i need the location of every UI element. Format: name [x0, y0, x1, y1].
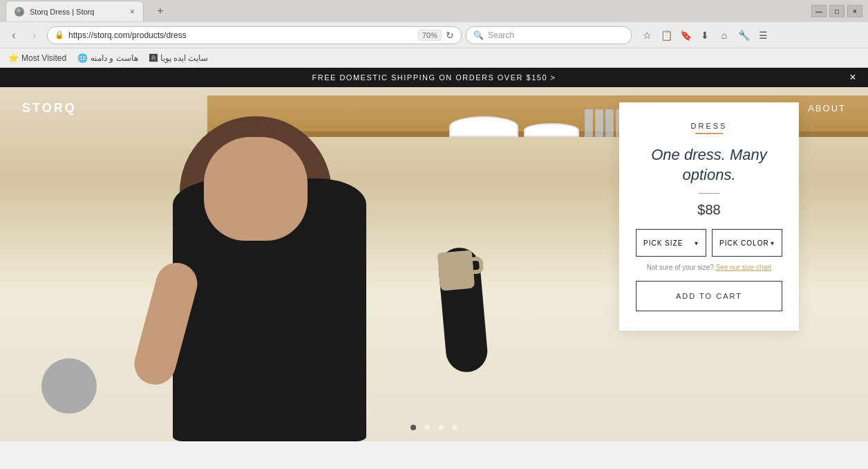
announcement-text: FREE DOMESTIC SHIPPING ON ORDERS OVER $1…: [312, 73, 556, 82]
add-to-cart-button[interactable]: ADD TO CART: [636, 281, 782, 311]
product-title: One dress. Many options.: [636, 145, 782, 185]
maximize-button[interactable]: □: [829, 5, 845, 17]
category-underline: [695, 133, 723, 134]
bookmark-icon-3: 🅰: [149, 53, 158, 63]
carousel-dot-3[interactable]: [438, 425, 444, 430]
bookmarks-bar: ⭐ Most Visited 🌐 هاست و دامنه 🅰 سایت اید…: [0, 48, 868, 68]
bookmark-label: Most Visited: [21, 53, 66, 63]
forward-button[interactable]: ›: [26, 27, 43, 44]
product-divider: [699, 193, 719, 194]
tab-title: Storq Dress | Storq: [30, 8, 124, 16]
announcement-close-button[interactable]: ×: [849, 71, 857, 84]
pocket-icon[interactable]: 🔖: [677, 27, 694, 44]
color-chevron-icon: ▾: [771, 239, 775, 247]
carousel-dot-2[interactable]: [424, 425, 430, 430]
tab-close-button[interactable]: ×: [130, 7, 135, 17]
download-icon[interactable]: ⬇: [697, 27, 713, 44]
browser-tab[interactable]: 🔍 Storq Dress | Storq ×: [6, 1, 144, 21]
site-logo[interactable]: STORQ: [22, 101, 77, 116]
zoom-level: 70%: [418, 30, 442, 41]
address-bar: ‹ › 🔒 https://storq.com/products/dress 7…: [0, 22, 868, 48]
extension-icon[interactable]: 🔧: [735, 27, 752, 44]
size-chart-link[interactable]: See our size chart: [716, 264, 772, 271]
search-icon: 🔍: [473, 30, 484, 40]
minimize-button[interactable]: —: [811, 5, 827, 17]
menu-icon[interactable]: ☰: [755, 27, 771, 44]
mug-handle: [470, 256, 484, 274]
product-card: DRESS One dress. Many options. $88 PICK …: [619, 102, 799, 331]
lock-icon: 🔒: [55, 30, 64, 39]
carousel-dots: [411, 425, 457, 430]
pick-color-label: PICK COLOR: [719, 239, 769, 247]
size-chevron-icon: ▾: [695, 239, 699, 247]
reload-button[interactable]: ↻: [446, 30, 454, 41]
announcement-banner: FREE DOMESTIC SHIPPING ON ORDERS OVER $1…: [0, 68, 868, 87]
back-button[interactable]: ‹: [6, 27, 22, 44]
model-figure: [138, 123, 484, 441]
new-tab-button[interactable]: +: [152, 3, 169, 19]
bookmark-icon-2: 🌐: [77, 53, 88, 63]
pick-size-button[interactable]: PICK SIZE ▾: [636, 229, 706, 257]
pick-color-button[interactable]: PICK COLOR ▾: [712, 229, 782, 257]
reader-view-icon[interactable]: 📋: [658, 27, 674, 44]
product-price: $88: [636, 202, 782, 218]
mug-prop: [437, 250, 475, 291]
kettle-decoration: [41, 358, 97, 414]
close-button[interactable]: ×: [847, 5, 862, 17]
bookmark-hosting[interactable]: 🌐 هاست و دامنه: [77, 53, 138, 63]
tab-favicon: 🔍: [15, 7, 24, 17]
bookmark-label-3: سایت ایده پویا: [160, 53, 209, 63]
browser-chrome: 🔍 Storq Dress | Storq × + — □ × ‹ › 🔒 ht…: [0, 0, 868, 68]
url-bar[interactable]: 🔒 https://storq.com/products/dress 70% ↻: [47, 26, 462, 44]
pick-size-label: PICK SIZE: [643, 239, 683, 247]
bookmark-icon: ⭐: [8, 53, 19, 63]
product-options: PICK SIZE ▾ PICK COLOR ▾: [636, 229, 782, 257]
size-chart-note: Not sure of your size? See our size char…: [636, 264, 782, 271]
home-icon[interactable]: ⌂: [716, 27, 733, 44]
carousel-dot-4[interactable]: [452, 425, 457, 430]
website-content: FREE DOMESTIC SHIPPING ON ORDERS OVER $1…: [0, 68, 868, 441]
size-note-text: Not sure of your size?: [647, 264, 714, 271]
model-face: [204, 137, 308, 241]
search-placeholder: Search: [488, 30, 514, 40]
bookmark-most-visited[interactable]: ⭐ Most Visited: [8, 53, 66, 63]
toolbar-icons: ☆ 📋 🔖 ⬇ ⌂ 🔧 ☰: [639, 27, 771, 44]
title-bar: 🔍 Storq Dress | Storq × + — □ ×: [0, 0, 868, 22]
search-bar[interactable]: 🔍 Search: [466, 26, 632, 44]
bookmark-label-2: هاست و دامنه: [91, 53, 138, 63]
model-arm-right: [437, 246, 489, 374]
url-text: https://storq.com/products/dress: [68, 30, 414, 40]
carousel-dot-1[interactable]: [411, 425, 416, 430]
about-link[interactable]: ABOUT: [808, 103, 846, 113]
window-controls: — □ ×: [811, 5, 862, 17]
bookmark-site[interactable]: 🅰 سایت ایده پویا: [149, 53, 209, 63]
product-category: DRESS: [636, 122, 782, 130]
bookmark-star-icon[interactable]: ☆: [639, 27, 655, 44]
